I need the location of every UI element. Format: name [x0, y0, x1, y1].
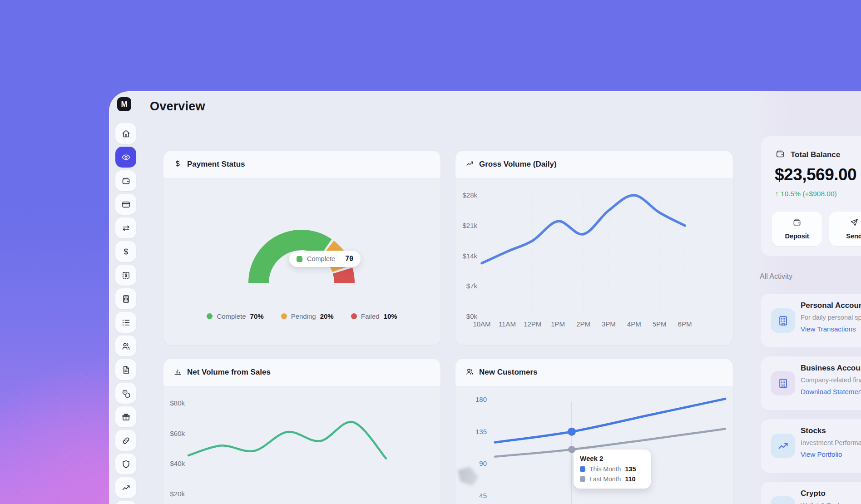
sidebar-item-coins[interactable]: [115, 383, 136, 404]
dashboard-screen: M Overview Payment Status Complete 70 Co…: [0, 0, 861, 504]
sidebar-item-invoice[interactable]: [115, 265, 136, 286]
svg-text:90: 90: [479, 460, 487, 467]
svg-text:$40k: $40k: [170, 460, 185, 467]
legend-value: 70%: [250, 312, 264, 320]
legend-label: Failed: [361, 312, 380, 320]
wallet-icon: [792, 218, 802, 229]
svg-text:$21k: $21k: [462, 222, 477, 229]
sidebar-item-transfer[interactable]: [115, 217, 136, 238]
sidebar-item-device[interactable]: [115, 501, 136, 504]
deposit-button[interactable]: Deposit: [772, 212, 822, 246]
total-balance-card: Total Balance $23,569.00 ↑ 10.5% (+$908.…: [761, 136, 861, 256]
svg-text:1PM: 1PM: [551, 320, 565, 328]
svg-text:12PM: 12PM: [524, 320, 541, 328]
sidebar-item-dollar[interactable]: [115, 241, 136, 262]
tooltip-row: This Month135: [580, 465, 644, 473]
activity-link[interactable]: View Transactions: [801, 325, 856, 333]
transfer-icon: [121, 223, 131, 233]
sidebar: [115, 123, 136, 504]
svg-text:10AM: 10AM: [473, 320, 490, 328]
calculator-icon: [121, 294, 131, 304]
wallet-icon: [121, 176, 131, 186]
svg-text:$60k: $60k: [170, 430, 185, 437]
sidebar-item-trending-up[interactable]: [115, 477, 136, 498]
balance-header: Total Balance: [775, 149, 840, 161]
sidebar-item-credit-card[interactable]: [115, 194, 136, 215]
activity-subtitle: Company-related finances: [801, 376, 861, 384]
card-net-volume-header: Net Volume from Sales: [163, 359, 440, 386]
sidebar-item-calculator[interactable]: [115, 288, 136, 309]
card-payment-status-header: Payment Status: [163, 151, 440, 178]
svg-text:$0k: $0k: [466, 312, 478, 320]
invoice-icon: [121, 271, 131, 280]
activity-title: Crypto: [801, 489, 826, 498]
svg-text:135: 135: [475, 428, 487, 435]
sidebar-item-list[interactable]: [115, 312, 136, 333]
sidebar-item-home[interactable]: [115, 123, 136, 144]
eye-icon: [121, 153, 131, 162]
page-title: Overview: [150, 99, 205, 114]
trending-up-icon: [121, 483, 131, 493]
tooltip-row: Last Month110: [580, 475, 644, 483]
trending-up-icon: [771, 434, 795, 458]
sidebar-item-users[interactable]: [115, 336, 136, 356]
balance-amount: $23,569.00: [775, 165, 856, 184]
card-net-volume: Net Volume from Sales $20k$40k$60k$80k: [163, 359, 440, 504]
activity-link[interactable]: Download Statements: [801, 388, 861, 395]
activity-card-personal-account[interactable]: Personal AccountFor daily personal spend…: [761, 294, 861, 347]
svg-text:2PM: 2PM: [576, 320, 590, 328]
building-icon: [771, 496, 795, 504]
dollar-icon: [173, 159, 182, 170]
users-icon: [465, 367, 474, 378]
activity-link[interactable]: View Portfolio: [801, 450, 842, 458]
series-label: This Month: [589, 465, 621, 473]
app-logo: M: [117, 97, 131, 111]
sidebar-item-wallet[interactable]: [115, 170, 136, 191]
svg-text:$20k: $20k: [170, 490, 185, 498]
wallet-icon: [775, 149, 785, 161]
card-title: Net Volume from Sales: [187, 368, 271, 377]
legend-dot: [351, 313, 357, 319]
series-label: Last Month: [589, 475, 621, 483]
legend-item-failed: Failed10%: [351, 312, 397, 320]
sidebar-item-document[interactable]: [115, 359, 136, 380]
building-icon: [771, 308, 795, 333]
svg-text:$7k: $7k: [466, 282, 478, 290]
activity-title: Personal Account: [801, 301, 861, 310]
complete-swatch: [297, 256, 302, 262]
svg-text:3PM: 3PM: [602, 320, 616, 328]
list-icon: [121, 318, 131, 327]
sidebar-item-shield[interactable]: [115, 454, 136, 474]
svg-text:$80k: $80k: [170, 399, 185, 407]
series-swatch: [580, 476, 585, 482]
activity-subtitle: Investment Performance: [801, 439, 861, 446]
dollar-icon: [121, 247, 131, 257]
payment-status-legend: Complete70%Pending20%Failed10%: [163, 312, 440, 320]
gauge-tooltip-value: 70: [345, 255, 353, 263]
shield-icon: [121, 460, 131, 469]
send-button[interactable]: Send: [829, 212, 861, 246]
legend-value: 20%: [320, 312, 334, 320]
chart-tooltip: Week 2 This Month135Last Month110: [574, 450, 651, 489]
sidebar-item-link[interactable]: [115, 430, 136, 451]
activity-card-stocks[interactable]: StocksInvestment PerformanceView Portfol…: [761, 419, 861, 473]
sidebar-item-gift[interactable]: [115, 406, 136, 427]
activity-card-business-account[interactable]: Business AccountCompany-related finances…: [761, 356, 861, 410]
legend-item-pending: Pending20%: [281, 312, 334, 320]
activity-subtitle: Wallet & Exchange: [801, 502, 856, 504]
all-activity-label: All Activity: [760, 272, 792, 281]
sidebar-item-eye[interactable]: [115, 147, 136, 168]
document-icon: [121, 365, 131, 375]
users-icon: [121, 341, 131, 351]
bar-chart-icon: [173, 367, 182, 378]
card-new-customers-header: New Customers: [455, 359, 733, 386]
svg-text:11AM: 11AM: [499, 320, 516, 328]
gross-volume-chart: $0k$7k$14k$21k$28k10AM11AM12PM1PM2PM3PM4…: [455, 151, 733, 345]
card-title: New Customers: [479, 368, 537, 377]
app-window: M Overview Payment Status Complete 70 Co…: [109, 91, 861, 504]
send-button-label: Send: [846, 232, 861, 240]
svg-text:6PM: 6PM: [678, 320, 692, 328]
link-icon: [121, 436, 131, 445]
series-value: 135: [625, 465, 636, 473]
activity-card-crypto[interactable]: CryptoWallet & Exchange: [761, 482, 861, 504]
